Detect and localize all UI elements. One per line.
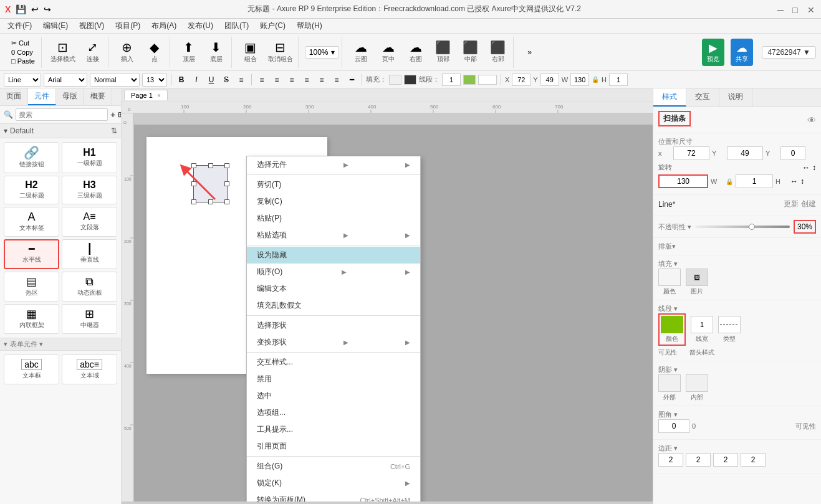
spacing-left[interactable]	[741, 453, 766, 467]
ctx-select-element[interactable]: 选择元件 ▶	[247, 156, 420, 173]
stroke-color-box[interactable]	[463, 75, 476, 85]
ctx-select-shape[interactable]: 选择形状	[247, 317, 420, 334]
shadow-outer-box[interactable]	[658, 374, 681, 392]
stroke-size-input[interactable]: 1	[442, 74, 461, 86]
top-btn[interactable]: ⬛ 顶部	[431, 40, 456, 65]
ctx-copy[interactable]: 复制(C)	[247, 193, 420, 210]
ctx-group[interactable]: 组合(G) Ctrl+G	[247, 458, 420, 475]
ctx-fill-lorem[interactable]: 填充乱数假文	[247, 297, 420, 314]
tab-outline[interactable]: 概要	[84, 88, 112, 105]
stroke-color-swatch[interactable]: 颜色	[658, 313, 686, 346]
copy-button[interactable]: 0 Copy	[7, 48, 39, 57]
ctx-interaction-style[interactable]: 交互样式...	[247, 354, 420, 371]
ctx-order[interactable]: 顺序(O) ▶	[247, 264, 420, 280]
corner-radius-input[interactable]: 0	[658, 419, 689, 433]
stroke-dash-box[interactable]	[478, 75, 497, 85]
ctx-lock[interactable]: 锁定(K)	[247, 475, 420, 492]
widget-category-default[interactable]: ▾ Default ⇅	[0, 124, 121, 138]
ctx-option-group[interactable]: 选项组...	[247, 404, 420, 421]
search-input[interactable]	[16, 108, 108, 121]
undo-icon[interactable]: ↩	[31, 4, 39, 14]
widget-hline[interactable]: ━ 水平线	[4, 239, 59, 269]
account-id[interactable]: 47262947 ▼	[762, 46, 816, 59]
spacing-top[interactable]	[658, 453, 683, 467]
widget-inline-frame[interactable]: ▦ 内联框架	[4, 304, 59, 334]
tab-masters[interactable]: 母版	[56, 88, 84, 105]
widget-text-para[interactable]: A≡ 文段落	[62, 207, 117, 237]
fill-color-box[interactable]	[389, 75, 401, 85]
tab-widgets[interactable]: 元件	[28, 88, 56, 105]
x-coord-input[interactable]: 72	[673, 146, 709, 160]
fill-color-box[interactable]	[658, 269, 681, 286]
right-btn[interactable]: ⬛ 右部	[486, 40, 511, 65]
widget-h2[interactable]: H2 二级标题	[4, 176, 59, 204]
y-input[interactable]: 49	[540, 74, 559, 86]
align-left-button[interactable]: ≡	[256, 74, 268, 86]
zoom-dropdown-icon[interactable]: ▾	[331, 48, 335, 57]
back-button[interactable]: ☁ 云图	[348, 40, 373, 65]
widget-link-btn[interactable]: 🔗 链接按钮	[4, 142, 59, 173]
group-button[interactable]: ▣ 组合	[238, 40, 263, 65]
fill-image-box[interactable]: 🖼	[686, 269, 708, 286]
widget-h1[interactable]: H1 一级标题	[62, 142, 117, 173]
shadow-outer-swatch[interactable]: 外部	[658, 374, 681, 402]
align-right-button[interactable]: ≡	[286, 74, 298, 86]
menu-account[interactable]: 账户(C)	[255, 19, 290, 32]
align-center-button[interactable]: ≡	[271, 74, 283, 86]
ctx-select[interactable]: 选中	[247, 388, 420, 404]
preview-button[interactable]: ▶ 预览	[702, 39, 724, 66]
canvas[interactable]: 选择元件 ▶ 剪切(T) 复制(C) 粘贴(P) 粘贴选项	[134, 125, 653, 502]
insert-button[interactable]: ⊕ 插入	[115, 40, 140, 65]
bottom-layer-button[interactable]: ⬇ 底层	[204, 40, 229, 65]
widget-h3[interactable]: H3 三级标题	[62, 176, 117, 204]
menu-edit[interactable]: 编辑(E)	[38, 19, 73, 32]
w-input[interactable]: 130	[570, 74, 589, 86]
style-select[interactable]: Normal	[90, 73, 140, 87]
underline-button[interactable]: U	[205, 74, 218, 86]
top-layer-button[interactable]: ⬆ 顶层	[176, 40, 201, 65]
font-size-select[interactable]: 13	[142, 73, 167, 87]
point-button[interactable]: ◆ 点	[142, 40, 167, 65]
share-button[interactable]: ☁ 共享	[731, 39, 753, 66]
stroke-type-box[interactable]: 类型	[718, 316, 741, 343]
tab-pages[interactable]: 页面	[0, 88, 28, 105]
fill-image-swatch[interactable]: 🖼 图片	[686, 269, 708, 296]
align-justify-button[interactable]: ≡	[300, 74, 313, 86]
font-select[interactable]: Arial	[44, 73, 87, 87]
close-button[interactable]: ✕	[807, 5, 816, 14]
widget-hotspot[interactable]: ▤ 热区	[4, 272, 59, 302]
mid-btn[interactable]: ⬛ 中部	[458, 40, 483, 65]
fill-color-swatch[interactable]: 颜色	[658, 269, 681, 296]
opacity-slider[interactable]	[695, 226, 790, 228]
save-icon[interactable]: 💾	[16, 4, 26, 14]
h-input[interactable]: 1	[609, 74, 628, 86]
handle-rc[interactable]	[224, 181, 229, 186]
handle-tc[interactable]	[208, 163, 213, 168]
visibility-icon[interactable]: 👁	[807, 115, 816, 125]
opacity-value[interactable]: 30%	[794, 220, 816, 234]
minimize-button[interactable]: ─	[777, 5, 786, 14]
canvas-area[interactable]: Page 1 × 0 100 200 300 400 500 600	[122, 88, 653, 504]
stroke-color-box[interactable]	[661, 316, 683, 333]
ctx-cut[interactable]: 剪切(T)	[247, 176, 420, 193]
right-tab-style[interactable]: 样式	[653, 88, 686, 107]
ctx-ref-page[interactable]: 引用页面	[247, 438, 420, 455]
connect-button[interactable]: ⤢ 连接	[80, 40, 105, 65]
bold-button[interactable]: B	[175, 74, 188, 86]
create-style-button[interactable]: 创建	[801, 199, 816, 209]
align-bottom-button[interactable]: ━	[345, 74, 358, 86]
menu-view[interactable]: 视图(V)	[74, 19, 109, 32]
width-input[interactable]: 130	[658, 174, 708, 188]
stroke-width-box[interactable]: 1 线宽	[691, 316, 713, 343]
handle-tr[interactable]	[224, 163, 229, 168]
menu-team[interactable]: 团队(T)	[219, 19, 254, 32]
ungroup-button[interactable]: ⊟ 取消组合	[266, 40, 295, 65]
selection-box[interactable]	[193, 165, 228, 202]
wh-lock-icon[interactable]: 🔒	[726, 178, 733, 185]
handle-bl[interactable]	[191, 199, 196, 204]
update-style-button[interactable]: 更新	[784, 199, 799, 209]
fill-pattern-box[interactable]	[404, 75, 416, 85]
ctx-disable[interactable]: 禁用	[247, 371, 420, 388]
redo-icon[interactable]: ↪	[44, 4, 51, 14]
more-button[interactable]: »	[517, 47, 542, 58]
